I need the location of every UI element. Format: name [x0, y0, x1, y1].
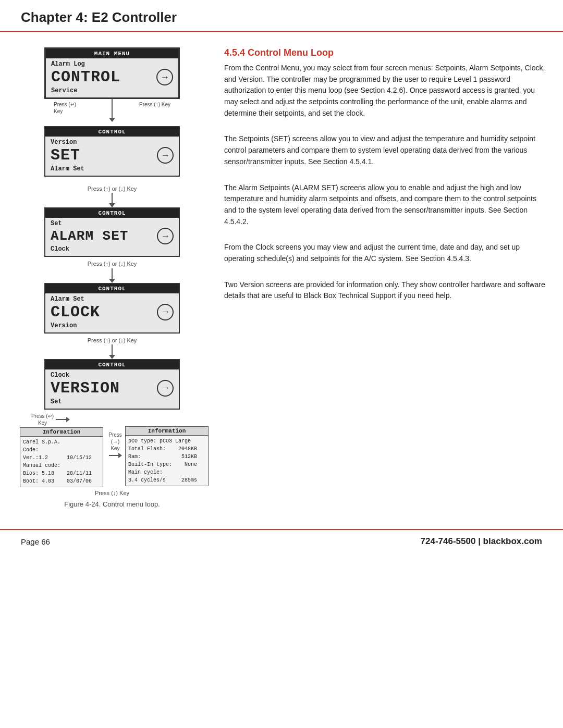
- press-right-label: Press (→)Key: [105, 431, 125, 452]
- clock-main-row: CLOCK →: [51, 303, 174, 321]
- control-set-box: CONTROL Version SET → Alarm Set: [44, 126, 180, 177]
- section-block-5: Two Version screens are provided for inf…: [224, 279, 547, 302]
- alarm-set-footer: Clock: [51, 245, 174, 253]
- menu-subtitle-alarmlog: Alarm Log: [51, 60, 173, 68]
- para-4: From the Clock screens you may view and …: [224, 242, 547, 264]
- control-set-header: CONTROL: [45, 127, 179, 137]
- version-main-row: VERSION →: [51, 379, 174, 397]
- control-clock-body: Alarm Set CLOCK → Version: [45, 293, 179, 332]
- version-main-text: VERSION: [51, 379, 120, 397]
- main-menu-header: MAIN MENU: [46, 49, 178, 58]
- clock-main-text: CLOCK: [51, 303, 100, 321]
- main-menu-body: Alarm Log CONTROL → Service: [46, 58, 178, 97]
- menu-subtitle-set: Set: [51, 220, 174, 227]
- between-info-arrow: Press (→)Key: [105, 413, 125, 458]
- connector-5: Press (↓) Key: [44, 487, 180, 497]
- menu-subtitle-clock: Clock: [51, 372, 174, 379]
- info-box-2-body: pCO type: pCO3 Large Total Flash: 2048KB…: [126, 436, 208, 486]
- press-enter-label: Press (↵)Key: [31, 413, 54, 426]
- connector-3: Press (↑) or (↓) Key: [44, 257, 180, 282]
- main-content: MAIN MENU Alarm Log CONTROL → Service Pr…: [0, 32, 563, 519]
- version-footer: Set: [51, 398, 174, 405]
- para-5: Two Version screens are provided for inf…: [224, 279, 547, 302]
- info-box-2-header: Information: [126, 427, 208, 436]
- clock-footer: Version: [51, 322, 174, 329]
- section-title: 4.5.4 Control Menu Loop: [224, 47, 547, 58]
- press-enter-info: Press (↵)Key Information Carel S.p.A. Co…: [16, 413, 103, 487]
- info-boxes-row: Press (↵)Key Information Carel S.p.A. Co…: [16, 413, 209, 487]
- press-label-updown-2: Press (↑) or (↓) Key: [88, 185, 137, 192]
- alarm-set-main-row: ALARM SET →: [51, 228, 174, 244]
- control-version-box: CONTROL Clock VERSION → Set: [44, 359, 180, 410]
- menu-subtitle-version: Version: [51, 139, 174, 146]
- footer-page: Page 66: [21, 537, 50, 546]
- control-alarm-header: CONTROL: [45, 208, 179, 218]
- main-menu-box: MAIN MENU Alarm Log CONTROL → Service: [44, 47, 180, 99]
- set-footer: Alarm Set: [51, 165, 174, 172]
- press-label-down-5: Press (↓) Key: [95, 489, 129, 497]
- control-clock-header: CONTROL: [45, 284, 179, 293]
- figure-caption: Figure 4-24. Control menu loop.: [16, 500, 209, 508]
- connector-4: Press (↑) or (↓) Key: [44, 334, 180, 359]
- menu-main-row: CONTROL →: [51, 68, 173, 86]
- control-alarm-set-box: CONTROL Set ALARM SET → Clock: [44, 207, 180, 257]
- arrow-circle-main: →: [156, 69, 173, 85]
- chapter-header: Chapter 4: E2 Controller: [0, 0, 563, 32]
- set-main-text: SET: [51, 146, 80, 164]
- control-set-body: Version SET → Alarm Set: [45, 137, 179, 176]
- alarm-set-main-text: ALARM SET: [51, 228, 128, 244]
- connector-1: Press (↵)Key Press (↑) Key: [44, 99, 180, 126]
- set-main-row: SET →: [51, 146, 174, 164]
- info-box-1: Information Carel S.p.A. Code: Ver.:1.2 …: [20, 427, 103, 487]
- menu-main-text-control: CONTROL: [51, 68, 120, 86]
- diagram-column: MAIN MENU Alarm Log CONTROL → Service Pr…: [16, 47, 209, 508]
- chapter-title: Chapter 4: E2 Controller: [21, 9, 177, 25]
- center-arrow-1: [109, 99, 115, 122]
- section-block: 4.5.4 Control Menu Loop From the Control…: [224, 47, 547, 119]
- control-version-header: CONTROL: [45, 360, 179, 369]
- para-3: The Alarm Setpoints (ALARM SET) screens …: [224, 182, 547, 228]
- control-alarm-body: Set ALARM SET → Clock: [45, 218, 179, 256]
- arrow-circle-set: →: [157, 147, 174, 164]
- arrow-circle-version: →: [157, 380, 174, 397]
- para-1: From the Control Menu, you may select fr…: [224, 63, 547, 119]
- press-label-enter-key: Press (↵)Key: [54, 101, 76, 115]
- page-footer: Page 66 724-746-5500 | blackbox.com: [0, 529, 563, 553]
- section-block-3: The Alarm Setpoints (ALARM SET) screens …: [224, 182, 547, 228]
- section-block-4: From the Clock screens you may view and …: [224, 242, 547, 264]
- info-box-2: Information pCO type: pCO3 Large Total F…: [125, 426, 209, 486]
- menu-footer-service: Service: [51, 87, 173, 94]
- info-box-1-header: Information: [20, 428, 103, 437]
- control-clock-box: CONTROL Alarm Set CLOCK → Version: [44, 283, 180, 334]
- text-column: 4.5.4 Control Menu Loop From the Control…: [224, 47, 547, 508]
- press-label-up-key: Press (↑) Key: [139, 101, 170, 108]
- connector-2: Press (↑) or (↓) Key: [44, 177, 180, 207]
- arrow-circle-clock: →: [157, 304, 174, 320]
- arrow-circle-alarm-set: →: [157, 228, 174, 244]
- section-block-2: The Setpoints (SET) screens allow you to…: [224, 133, 547, 167]
- press-label-updown-4: Press (↑) or (↓) Key: [88, 337, 137, 344]
- press-label-updown-3: Press (↑) or (↓) Key: [88, 260, 137, 267]
- info-box-1-body: Carel S.p.A. Code: Ver.:1.2 10/15/12 Man…: [20, 437, 103, 487]
- footer-contact: 724-746-5500 | blackbox.com: [421, 536, 542, 547]
- menu-subtitle-alarm-set: Alarm Set: [51, 295, 174, 303]
- control-version-body: Clock VERSION → Set: [45, 369, 179, 409]
- para-2: The Setpoints (SET) screens allow you to…: [224, 133, 547, 167]
